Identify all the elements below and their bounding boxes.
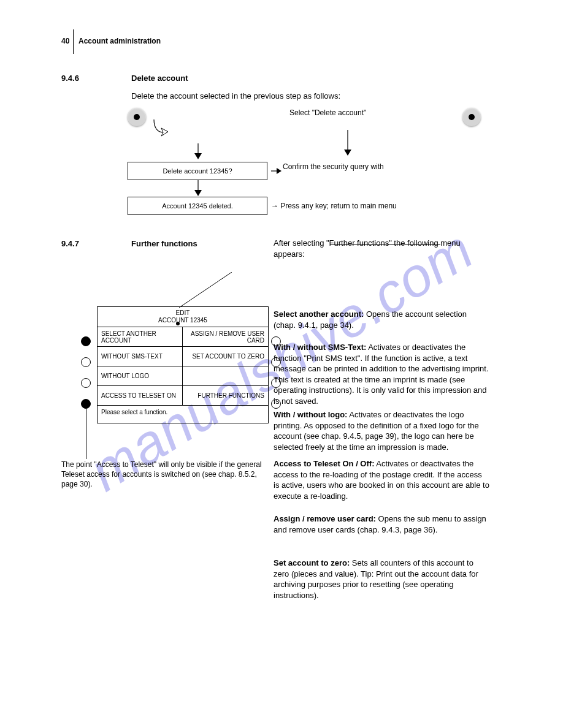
para-teleset: Access to Teleset On / Off: Activates or… <box>274 458 489 501</box>
selector-dot-filled-icon <box>81 336 91 346</box>
menu-further: FURTHER FUNCTIONS <box>183 386 268 405</box>
flow-diagram: Select "Delete account" Delete account 1… <box>128 108 496 230</box>
down-arrow-icon <box>193 143 204 161</box>
flow-confirm-label: Confirm the security query with <box>283 162 384 171</box>
page-title: Account administration <box>79 37 161 45</box>
menu-set-zero: SET ACCOUNT TO ZERO <box>183 347 268 366</box>
para-select-another: Select another account: Opens the accoun… <box>274 309 489 330</box>
callout-line <box>178 272 233 309</box>
para-assign-card: Assign / remove user card: Opens the sub… <box>274 514 489 535</box>
para-set-zero: Set account to zero: Sets all counters o… <box>274 558 489 601</box>
svg-line-4 <box>179 272 232 308</box>
flow-box-confirm: Delete account 12345? <box>128 162 267 180</box>
section2-number: 9.4.7 <box>61 239 79 248</box>
down-arrow-icon <box>193 180 204 197</box>
account-header: EDIT ACCOUNT 12345 <box>98 307 268 327</box>
para-logo: With / without logo: Activates or deacti… <box>274 409 489 452</box>
selector-dot-icon <box>81 357 91 367</box>
account-footer: Please select a function. <box>98 406 268 423</box>
flow-box-deleted: Account 12345 deleted. <box>128 197 267 215</box>
section2-title: Further functions <box>131 239 197 248</box>
section1-number: 9.4.6 <box>61 74 79 83</box>
menu-sms-text: WITHOUT SMS-TEXT <box>98 347 183 366</box>
para-sms-text: With / without SMS-Text: Activates or de… <box>274 342 489 406</box>
flow-anykey-text: → Press any key; return to main menu <box>271 201 397 211</box>
selector-dot-icon <box>81 378 91 388</box>
section1-intro: Delete the account selected in the previ… <box>131 91 489 102</box>
menu-assign-remove-card: ASSIGN / REMOVE USER CARD <box>183 327 268 346</box>
page-number: 40 <box>61 37 69 45</box>
radio-button-icon <box>128 108 146 126</box>
underline-rule <box>330 245 440 245</box>
flow-step1-text: Select "Delete account" <box>289 108 489 118</box>
callout-dot-icon <box>176 322 180 325</box>
section1-title: Delete account <box>131 74 188 83</box>
header-separator <box>73 29 74 54</box>
right-arrow-icon <box>271 167 282 175</box>
menu-logo: WITHOUT LOGO <box>98 366 183 385</box>
teleset-note: The point "Access to Teleset" will only … <box>61 460 270 490</box>
leader-line <box>86 404 86 459</box>
table-row: SELECT ANOTHER ACCOUNT ASSIGN / REMOVE U… <box>98 327 268 347</box>
curved-arrow-icon <box>152 118 170 140</box>
table-row: WITHOUT SMS-TEXT SET ACCOUNT TO ZERO <box>98 347 268 366</box>
down-arrow-icon <box>342 130 353 157</box>
account-menu-figure: EDIT ACCOUNT 12345 SELECT ANOTHER ACCOUN… <box>80 306 270 423</box>
section2-lead: After selecting "Further functions" the … <box>274 238 489 259</box>
menu-empty <box>183 366 268 385</box>
table-row: WITHOUT LOGO <box>98 366 268 386</box>
radio-button-icon <box>462 108 481 126</box>
table-row: ACCESS TO TELESET ON FURTHER FUNCTIONS <box>98 386 268 406</box>
flow-confirm-text: Confirm the security query with <box>283 162 489 172</box>
menu-teleset: ACCESS TO TELESET ON <box>98 386 183 405</box>
menu-select-another-account: SELECT ANOTHER ACCOUNT <box>98 327 183 346</box>
